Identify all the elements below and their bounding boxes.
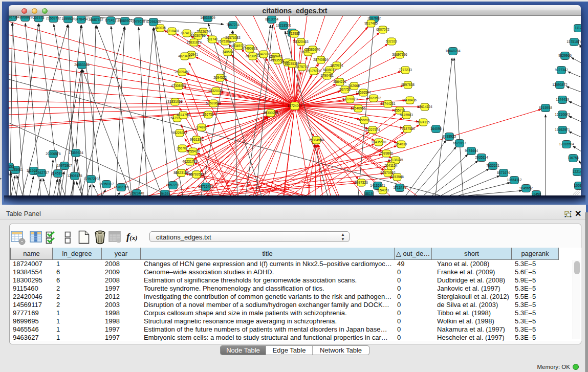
svg-text:9657791: 9657791 bbox=[166, 183, 180, 187]
svg-text:11540956: 11540956 bbox=[351, 106, 366, 110]
svg-text:712982: 712982 bbox=[289, 32, 300, 35]
svg-text:8215958: 8215958 bbox=[539, 106, 552, 110]
svg-text:16033809: 16033809 bbox=[200, 16, 215, 19]
svg-text:267753: 267753 bbox=[339, 87, 351, 91]
svg-text:9517485: 9517485 bbox=[364, 21, 378, 25]
svg-text:61220073: 61220073 bbox=[342, 97, 358, 101]
svg-text:31227574: 31227574 bbox=[365, 128, 380, 132]
svg-text:46231783: 46231783 bbox=[182, 160, 198, 163]
svg-text:7273233: 7273233 bbox=[399, 68, 412, 72]
svg-text:15692971: 15692971 bbox=[555, 128, 570, 132]
svg-text:4374754: 4374754 bbox=[177, 113, 190, 117]
svg-text:440035: 440035 bbox=[155, 26, 166, 30]
svg-text:164095: 164095 bbox=[430, 127, 442, 130]
svg-text:174870: 174870 bbox=[196, 125, 207, 129]
svg-text:8471676: 8471676 bbox=[497, 171, 510, 174]
svg-text:816751: 816751 bbox=[203, 113, 214, 116]
svg-text:10654112: 10654112 bbox=[507, 178, 522, 182]
svg-text:207473: 207473 bbox=[33, 16, 44, 19]
svg-text:2694522: 2694522 bbox=[213, 76, 227, 79]
svg-text:20206576: 20206576 bbox=[46, 152, 61, 156]
svg-text:8819: 8819 bbox=[365, 192, 373, 195]
svg-text:19218506: 19218506 bbox=[276, 24, 291, 27]
svg-text:632323: 632323 bbox=[386, 39, 397, 43]
svg-text:581741: 581741 bbox=[207, 37, 218, 41]
svg-text:17016504: 17016504 bbox=[559, 142, 574, 146]
svg-text:17359924: 17359924 bbox=[68, 151, 83, 155]
svg-text:1790481: 1790481 bbox=[320, 74, 334, 77]
svg-text:15751074: 15751074 bbox=[567, 40, 581, 43]
svg-text:20709497: 20709497 bbox=[175, 70, 190, 74]
svg-text:20576383: 20576383 bbox=[225, 36, 241, 39]
svg-text:16648784: 16648784 bbox=[445, 49, 461, 53]
svg-text:9375710: 9375710 bbox=[295, 65, 309, 69]
svg-text:9937326: 9937326 bbox=[355, 181, 368, 184]
svg-text:92450: 92450 bbox=[532, 192, 541, 195]
svg-text:26053346: 26053346 bbox=[74, 63, 90, 67]
svg-text:18526544: 18526544 bbox=[356, 91, 371, 94]
svg-text:16958117: 16958117 bbox=[99, 182, 114, 186]
svg-text:9227342: 9227342 bbox=[555, 68, 568, 72]
svg-text:12614124: 12614124 bbox=[417, 105, 432, 108]
svg-text:5924115: 5924115 bbox=[417, 120, 430, 124]
svg-text:8755439: 8755439 bbox=[186, 149, 200, 153]
svg-text:15716485: 15716485 bbox=[198, 185, 213, 188]
svg-text:3564251: 3564251 bbox=[333, 80, 346, 83]
svg-text:18724007: 18724007 bbox=[287, 104, 302, 107]
svg-text:19384554: 19384554 bbox=[309, 138, 324, 142]
svg-text:1145194: 1145194 bbox=[51, 171, 64, 175]
svg-text:66792612: 66792612 bbox=[189, 172, 204, 176]
svg-text:116753: 116753 bbox=[568, 156, 579, 160]
svg-text:19975867: 19975867 bbox=[57, 164, 72, 167]
svg-text:80823176: 80823176 bbox=[173, 171, 189, 174]
svg-text:5476583: 5476583 bbox=[400, 113, 413, 117]
svg-text:748564: 748564 bbox=[222, 50, 233, 54]
svg-text:23718431: 23718431 bbox=[164, 29, 180, 33]
svg-text:16782759: 16782759 bbox=[114, 185, 129, 189]
svg-text:9245652: 9245652 bbox=[519, 186, 533, 190]
svg-text:17957223: 17957223 bbox=[83, 177, 99, 181]
svg-text:6438436: 6438436 bbox=[403, 98, 417, 102]
svg-text:9478454: 9478454 bbox=[75, 17, 88, 21]
svg-text:43744231: 43744231 bbox=[380, 102, 396, 105]
svg-text:12942737: 12942737 bbox=[34, 171, 49, 174]
svg-text:3154051: 3154051 bbox=[376, 188, 389, 192]
svg-text:9153566: 9153566 bbox=[390, 175, 404, 179]
svg-text:1112: 1112 bbox=[575, 26, 581, 30]
svg-text:7857234: 7857234 bbox=[226, 23, 239, 27]
svg-text:5041154: 5041154 bbox=[384, 164, 398, 167]
svg-text:1499914: 1499914 bbox=[61, 17, 75, 20]
svg-text:3678638: 3678638 bbox=[132, 19, 145, 23]
svg-text:7632621: 7632621 bbox=[486, 164, 499, 167]
svg-text:10435578: 10435578 bbox=[371, 140, 386, 144]
svg-text:31831063: 31831063 bbox=[167, 100, 183, 103]
svg-text:6679197: 6679197 bbox=[453, 141, 466, 145]
svg-text:854639: 854639 bbox=[396, 142, 407, 146]
svg-text:42868828: 42868828 bbox=[18, 16, 33, 19]
svg-text:95225343: 95225343 bbox=[172, 131, 187, 135]
svg-text:8813054: 8813054 bbox=[265, 17, 278, 21]
svg-text:6007072: 6007072 bbox=[376, 28, 389, 31]
svg-text:9329966: 9329966 bbox=[558, 54, 572, 57]
svg-text:1244419: 1244419 bbox=[556, 98, 569, 101]
svg-text:10035: 10035 bbox=[574, 184, 581, 187]
svg-text:9961380: 9961380 bbox=[190, 138, 203, 141]
svg-text:39151: 39151 bbox=[9, 165, 14, 168]
svg-text:47295260: 47295260 bbox=[146, 20, 161, 24]
svg-text:16210643: 16210643 bbox=[555, 113, 570, 116]
svg-text:9474444: 9474444 bbox=[465, 149, 478, 152]
svg-text:9459: 9459 bbox=[161, 192, 169, 195]
svg-text:2087682: 2087682 bbox=[367, 16, 381, 20]
svg-text:36687537: 36687537 bbox=[89, 18, 104, 21]
svg-text:12214: 12214 bbox=[573, 170, 581, 173]
svg-text:216739: 216739 bbox=[9, 16, 18, 19]
svg-text:95320121: 95320121 bbox=[208, 89, 224, 93]
svg-text:89089901: 89089901 bbox=[117, 19, 133, 23]
svg-text:8938923: 8938923 bbox=[443, 135, 456, 138]
svg-text:7089806: 7089806 bbox=[380, 151, 393, 155]
svg-text:671412: 671412 bbox=[105, 18, 117, 22]
svg-text:15831819: 15831819 bbox=[186, 40, 202, 44]
svg-text:542666: 542666 bbox=[349, 84, 360, 87]
svg-text:58586340: 58586340 bbox=[305, 48, 320, 51]
svg-text:77187530: 77187530 bbox=[400, 127, 415, 130]
